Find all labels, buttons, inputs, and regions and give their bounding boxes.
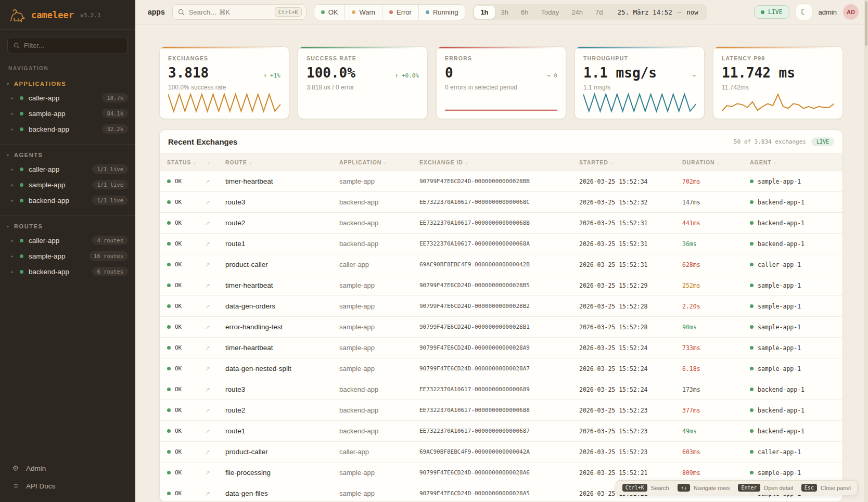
open-exchange-icon[interactable]: ↗ — [205, 490, 225, 497]
agent-name: backend-app-1 — [758, 240, 805, 248]
open-exchange-icon[interactable]: ↗ — [205, 448, 225, 456]
status-text: OK — [175, 469, 182, 476]
open-exchange-icon[interactable]: ↗ — [205, 469, 225, 477]
card-main: 11.742 ms — [722, 65, 834, 81]
sparkline-chart — [722, 92, 834, 113]
open-exchange-icon[interactable]: ↗ — [205, 261, 225, 268]
range-button-6h[interactable]: 6h — [515, 6, 534, 19]
route-cell: file-processing — [225, 469, 339, 477]
table-row[interactable]: OK↗product-callercaller-app69AC90BF8EBC4… — [160, 254, 843, 275]
search-input[interactable] — [189, 8, 257, 16]
route-cell: data-gen-files — [225, 490, 339, 497]
agent-name: backend-app-1 — [758, 428, 805, 435]
sidebar-item-admin[interactable]: ⚙Admin — [0, 459, 135, 477]
card-accent-bar — [160, 47, 289, 48]
app-logo[interactable]: cameleer v3.2.1 — [0, 0, 135, 30]
table-row[interactable]: OK↗timer-heartbeatsample-app90799F47E6CD… — [160, 275, 843, 296]
route-cell: data-gen-nested-split — [225, 365, 339, 372]
agent-name: backend-app-1 — [758, 386, 805, 393]
agent-cell: sample-app-1 — [750, 178, 843, 185]
sidebar-item-sample-app[interactable]: ▸sample-app84.1k — [0, 106, 135, 121]
sidebar-item-backend-app[interactable]: ▸backend-app32.2k — [0, 121, 135, 137]
table-row[interactable]: OK↗product-callercaller-app69AC90BF8EBC4… — [160, 442, 843, 462]
open-exchange-icon[interactable]: ↗ — [205, 407, 225, 414]
section-header-routes[interactable]: ▾ROUTES — [0, 219, 135, 233]
application-cell: caller-app — [339, 448, 419, 456]
live-toggle[interactable]: LIVE — [754, 5, 789, 19]
table-row[interactable]: OK↗route3backend-appEE7322370A10617-0000… — [160, 379, 843, 400]
global-search[interactable]: Ctrl+K — [172, 4, 307, 20]
sidebar-item-caller-app[interactable]: ▸caller-app10.7k — [0, 90, 135, 106]
open-exchange-icon[interactable]: ↗ — [205, 240, 225, 248]
live-dot-icon — [761, 10, 764, 14]
filter-ok[interactable]: OK — [314, 5, 345, 20]
sidebar-item-backend-app[interactable]: ▸backend-app1/1 live — [0, 192, 135, 208]
open-exchange-icon[interactable]: ↗ — [205, 428, 225, 435]
column-header-open[interactable]: ↕ — [205, 154, 225, 171]
duration-cell: 90ms — [682, 324, 750, 331]
filter-error[interactable]: Error — [382, 5, 418, 20]
table-row[interactable]: OK↗route2backend-appEE7322370A10617-0000… — [160, 400, 843, 421]
app-version: v3.2.1 — [80, 12, 101, 19]
table-row[interactable]: OK↗route3backend-appEE7322370A10617-0000… — [160, 192, 843, 213]
column-header-agent[interactable]: AGENT↕ — [750, 154, 843, 171]
sidebar-item-api-docs[interactable]: ≡API Docs — [0, 477, 135, 495]
range-button-7d[interactable]: 7d — [589, 6, 609, 19]
scrollbar-thumb[interactable] — [865, 1, 867, 46]
open-exchange-icon[interactable]: ↗ — [205, 344, 225, 352]
filter-running[interactable]: Running — [418, 5, 465, 20]
agent-name: backend-app-1 — [758, 199, 805, 206]
column-header-status[interactable]: STATUS↕ — [160, 154, 205, 171]
filter-input[interactable] — [24, 42, 122, 49]
range-button-3h[interactable]: 3h — [495, 6, 515, 19]
open-exchange-icon[interactable]: ↗ — [205, 282, 225, 289]
avatar[interactable]: AD — [843, 4, 859, 20]
card-label: THROUGHPUT — [583, 55, 696, 61]
scrollbar[interactable] — [864, 0, 868, 502]
open-exchange-icon[interactable]: ↗ — [205, 365, 225, 372]
open-exchange-icon[interactable]: ↗ — [205, 303, 225, 310]
range-button-today[interactable]: Today — [535, 6, 566, 19]
range-button-24h[interactable]: 24h — [565, 6, 589, 19]
sidebar-item-caller-app[interactable]: ▸caller-app4 routes — [0, 233, 135, 248]
table-row[interactable]: OK↗route1backend-appEE7322370A10617-0000… — [160, 234, 843, 254]
table-row[interactable]: OK↗data-gen-orderssample-app90799F47E6CD… — [160, 296, 843, 317]
table-row[interactable]: OK↗timer-heartbeatsample-app90799F47E6CD… — [160, 338, 843, 358]
agent-dot-icon — [750, 388, 754, 391]
theme-toggle-button[interactable]: ☾ — [796, 4, 812, 20]
sidebar-filter[interactable] — [7, 37, 128, 54]
section-header-applications[interactable]: ▾APPLICATIONS — [0, 76, 135, 90]
filter-warn[interactable]: Warn — [344, 5, 382, 20]
item-label: sample-app — [29, 181, 88, 189]
column-header-exchange-id[interactable]: EXCHANGE ID↕ — [419, 154, 579, 171]
item-badge: 4 routes — [92, 236, 128, 245]
table-column-headers: STATUS↕↕ROUTE↕APPLICATION↕EXCHANGE ID↕ST… — [160, 153, 843, 171]
column-header-duration[interactable]: DURATION↕ — [682, 154, 750, 171]
table-row[interactable]: OK↗route1backend-appEE7322370A10617-0000… — [160, 421, 843, 442]
open-exchange-icon[interactable]: ↗ — [205, 386, 225, 393]
started-cell: 2026-03-25 15:52:28 — [579, 324, 682, 331]
column-header-started[interactable]: STARTED↕ — [579, 154, 682, 171]
sidebar-item-sample-app[interactable]: ▸sample-app1/1 live — [0, 177, 135, 192]
stat-card-errors: ERRORS0→ 00 errors in selected period — [436, 46, 566, 119]
sidebar-item-caller-app[interactable]: ▸caller-app1/1 live — [0, 161, 135, 177]
sidebar-item-sample-app[interactable]: ▸sample-app16 routes — [0, 248, 135, 264]
column-header-route[interactable]: ROUTE↕ — [225, 154, 339, 171]
range-button-1h[interactable]: 1h — [474, 6, 494, 19]
table-row[interactable]: OK↗data-gen-nested-splitsample-app90799F… — [160, 358, 843, 379]
column-header-application[interactable]: APPLICATION↕ — [339, 154, 419, 171]
table-row[interactable]: OK↗route2backend-appEE7322370A10617-0000… — [160, 213, 843, 234]
application-cell: sample-app — [339, 281, 419, 289]
table-row[interactable]: OK↗error-handling-testsample-app90799F47… — [160, 317, 843, 338]
sidebar-item-backend-app[interactable]: ▸backend-app6 routes — [0, 264, 135, 279]
section-header-agents[interactable]: ▾AGENTS — [0, 148, 135, 161]
open-exchange-icon[interactable]: ↗ — [205, 199, 225, 206]
open-exchange-icon[interactable]: ↗ — [205, 178, 225, 185]
status-dot-icon — [20, 254, 23, 258]
open-exchange-icon[interactable]: ↗ — [205, 220, 225, 227]
open-exchange-icon[interactable]: ↗ — [205, 324, 225, 331]
table-row[interactable]: OK↗timer-heartbeatsample-app90799F47E6CD… — [160, 171, 843, 192]
application-cell: backend-app — [339, 406, 419, 414]
main-area: apps Ctrl+K OKWarnErrorRunning 1h3h6hTod… — [135, 0, 868, 502]
status-cell: OK — [160, 469, 205, 476]
